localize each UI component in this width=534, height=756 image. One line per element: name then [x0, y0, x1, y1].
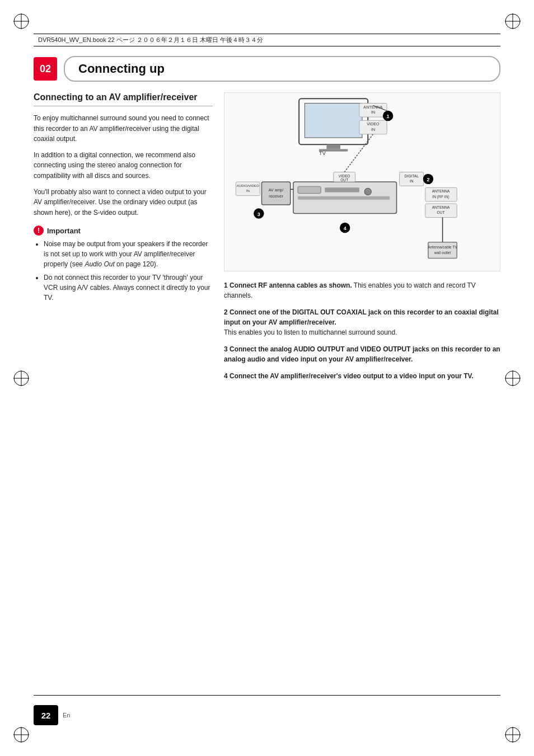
step-3-num: 3: [224, 345, 229, 353]
page-number: 22: [34, 705, 58, 725]
paragraph-1: To enjoy multichannel surround sound you…: [34, 113, 213, 144]
svg-text:AUDIO/VIDEO: AUDIO/VIDEO: [237, 184, 259, 187]
svg-point-32: [364, 188, 371, 195]
instruction-3: 3 Connect the analog AUDIO OUTPUT and VI…: [224, 344, 500, 364]
step-4-num: 4: [224, 372, 229, 380]
important-item-1: Noise may be output from your speakers i…: [44, 239, 213, 269]
svg-text:3: 3: [257, 212, 260, 217]
instruction-4: 4 Connect the AV amplifier/receiver's vi…: [224, 371, 500, 381]
svg-text:IN (RF IN): IN (RF IN): [432, 195, 449, 199]
page-lang: En: [63, 712, 70, 719]
svg-text:wall outlet: wall outlet: [434, 251, 451, 255]
svg-text:4: 4: [344, 226, 347, 231]
step-2-normal: This enables you to listen to multichann…: [224, 328, 397, 336]
right-column: TV ANTENNA IN VIDEO IN VIDEO: [224, 92, 500, 689]
svg-rect-30: [298, 186, 321, 193]
step-4-bold: Connect the AV amplifier/receiver's vide…: [229, 372, 474, 380]
warning-icon: !: [34, 226, 44, 236]
step-3-bold: Connect the analog AUDIO OUTPUT and VIDE…: [224, 345, 500, 363]
instruction-2: 2 Connect one of the DIGITAL OUT COAXIAL…: [224, 307, 500, 337]
main-content: Connecting to an AV amplifier/receiver T…: [34, 92, 500, 689]
svg-text:ANTENNA: ANTENNA: [432, 205, 450, 209]
page-footer: 22 En: [34, 705, 500, 725]
svg-text:IN: IN: [371, 128, 375, 132]
reg-mark-mid-right: [504, 369, 522, 387]
section-title: Connecting to an AV amplifier/receiver: [34, 92, 213, 106]
reg-mark-top-left: [12, 12, 30, 30]
svg-line-37: [344, 134, 373, 172]
svg-text:ANTENNA: ANTENNA: [432, 189, 450, 193]
chapter-header: 02 Connecting up: [34, 56, 500, 82]
reg-mark-top-right: [504, 12, 522, 30]
svg-text:IN: IN: [410, 179, 414, 183]
svg-text:IN: IN: [246, 189, 250, 192]
svg-rect-33: [298, 196, 390, 200]
important-item-1-text: Noise may be output from your speakers i…: [44, 240, 208, 268]
important-title: ! Important: [34, 226, 213, 236]
svg-text:VIDEO: VIDEO: [339, 174, 350, 178]
important-item-2: Do not connect this recorder to your TV …: [44, 273, 213, 303]
reg-mark-bottom-left: [12, 726, 30, 744]
diagram-area: TV ANTENNA IN VIDEO IN VIDEO: [224, 92, 500, 271]
chapter-title: Connecting up: [64, 56, 500, 82]
svg-rect-20: [326, 144, 340, 149]
svg-text:2: 2: [427, 177, 429, 182]
top-bar-text: DVR540H_WV_EN.book 22 ページ ２００６年２月１６日 木曜日…: [38, 36, 263, 43]
step-1-bold: Connect RF antenna cables as shown.: [229, 281, 352, 289]
svg-text:AV amp/: AV amp/: [269, 188, 284, 192]
reg-mark-bottom-right: [504, 726, 522, 744]
important-box: ! Important Noise may be output from you…: [34, 226, 213, 303]
svg-rect-31: [325, 187, 359, 192]
top-bar: DVR540H_WV_EN.book 22 ページ ２００６年２月１６日 木曜日…: [34, 34, 500, 46]
svg-text:OUT: OUT: [340, 178, 348, 182]
svg-text:DIGITAL: DIGITAL: [405, 174, 419, 178]
svg-text:receiver: receiver: [269, 194, 283, 199]
svg-text:OUT: OUT: [437, 210, 445, 214]
svg-text:IN: IN: [371, 110, 375, 115]
paragraph-3: You'll probably also want to connect a v…: [34, 187, 213, 218]
chapter-badge: 02: [34, 57, 57, 81]
svg-text:VIDEO: VIDEO: [367, 122, 380, 126]
left-column: Connecting to an AV amplifier/receiver T…: [34, 92, 213, 689]
reg-mark-mid-left: [12, 369, 30, 387]
step-1-num: 1: [224, 281, 229, 289]
svg-text:Antenna/cable TV: Antenna/cable TV: [428, 245, 457, 249]
svg-rect-41: [261, 182, 290, 205]
paragraph-2: In addition to a digital connection, we …: [34, 150, 213, 181]
connection-diagram: TV ANTENNA IN VIDEO IN VIDEO: [224, 93, 500, 271]
svg-text:1: 1: [387, 114, 390, 119]
important-label: Important: [47, 227, 81, 235]
instruction-1: 1 Connect RF antenna cables as shown. Th…: [224, 280, 500, 300]
important-item-2-text: Do not connect this recorder to your TV …: [44, 274, 210, 302]
important-list: Noise may be output from your speakers i…: [34, 239, 213, 303]
step-2-bold: Connect one of the DIGITAL OUT COAXIAL j…: [224, 308, 499, 326]
bottom-rule: [34, 695, 500, 696]
svg-rect-19: [305, 103, 362, 138]
step-2-num: 2: [224, 308, 229, 316]
svg-text:TV: TV: [319, 151, 326, 156]
instructions: 1 Connect RF antenna cables as shown. Th…: [224, 280, 500, 388]
